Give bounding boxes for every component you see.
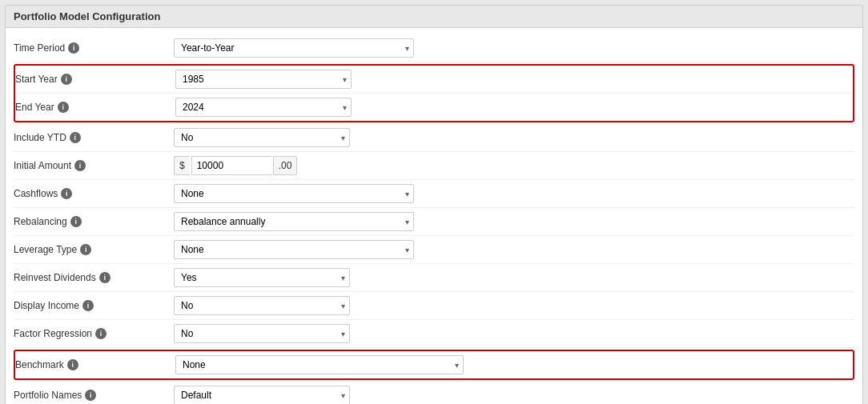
reinvest-dividends-row: Reinvest Dividends i Yes No bbox=[14, 264, 854, 292]
rebalancing-select[interactable]: Rebalance annually Rebalance monthly No … bbox=[174, 212, 414, 231]
include-ytd-label: Include YTD i bbox=[14, 132, 174, 143]
rebalancing-row: Rebalancing i Rebalance annually Rebalan… bbox=[14, 208, 854, 236]
panel-header: Portfolio Model Configuration bbox=[6, 6, 862, 28]
include-ytd-row: Include YTD i No Yes bbox=[14, 124, 854, 152]
start-year-row: Start Year i 1985 1986 1990 2000 bbox=[15, 66, 853, 94]
time-period-control: Year-to-Year Month-to-Month Quarter-to-Q… bbox=[174, 38, 854, 58]
portfolio-names-control: Default Custom bbox=[174, 386, 854, 404]
rebalancing-info-icon[interactable]: i bbox=[70, 216, 82, 227]
initial-amount-label: Initial Amount i bbox=[14, 160, 174, 171]
start-year-control: 1985 1986 1990 2000 bbox=[175, 70, 853, 89]
panel-body: Time Period i Year-to-Year Month-to-Mont… bbox=[6, 28, 862, 404]
leverage-type-control: None Margin Futures bbox=[174, 240, 854, 259]
reinvest-dividends-control: Yes No bbox=[174, 268, 854, 287]
cashflows-select-wrapper: None Monthly Annually bbox=[174, 184, 414, 203]
end-year-label: End Year i bbox=[15, 102, 175, 113]
leverage-type-row: Leverage Type i None Margin Futures bbox=[14, 236, 854, 264]
time-period-select[interactable]: Year-to-Year Month-to-Month Quarter-to-Q… bbox=[174, 38, 414, 58]
end-year-select-wrapper: 2020 2021 2022 2023 2024 bbox=[175, 98, 352, 117]
display-income-control: No Yes bbox=[174, 296, 854, 315]
initial-amount-info-icon[interactable]: i bbox=[74, 160, 86, 171]
end-year-control: 2020 2021 2022 2023 2024 bbox=[175, 98, 853, 117]
outer-container: Portfolio Model Configuration Time Perio… bbox=[0, 0, 868, 404]
leverage-type-label: Leverage Type i bbox=[14, 244, 174, 255]
time-period-select-wrapper: Year-to-Year Month-to-Month Quarter-to-Q… bbox=[174, 38, 414, 58]
end-year-row: End Year i 2020 2021 2022 2023 2024 bbox=[15, 94, 853, 121]
include-ytd-control: No Yes bbox=[174, 128, 854, 147]
rebalancing-select-wrapper: Rebalance annually Rebalance monthly No … bbox=[174, 212, 414, 231]
time-period-row: Time Period i Year-to-Year Month-to-Mont… bbox=[14, 34, 854, 62]
factor-regression-label: Factor Regression i bbox=[14, 328, 174, 339]
currency-prefix: $ bbox=[174, 156, 190, 175]
display-income-select-wrapper: No Yes bbox=[174, 296, 350, 315]
main-panel: Portfolio Model Configuration Time Perio… bbox=[5, 5, 863, 404]
leverage-type-select[interactable]: None Margin Futures bbox=[174, 240, 414, 259]
start-year-select[interactable]: 1985 1986 1990 2000 bbox=[175, 70, 352, 89]
leverage-type-select-wrapper: None Margin Futures bbox=[174, 240, 414, 259]
start-end-year-section: Start Year i 1985 1986 1990 2000 bbox=[14, 64, 854, 122]
include-ytd-select[interactable]: No Yes bbox=[174, 128, 350, 147]
start-year-info-icon[interactable]: i bbox=[61, 74, 72, 85]
reinvest-dividends-select[interactable]: Yes No bbox=[174, 268, 350, 287]
end-year-select[interactable]: 2020 2021 2022 2023 2024 bbox=[175, 98, 352, 117]
factor-regression-select[interactable]: No Yes bbox=[174, 324, 350, 343]
reinvest-dividends-select-wrapper: Yes No bbox=[174, 268, 350, 287]
reinvest-dividends-info-icon[interactable]: i bbox=[99, 272, 111, 283]
benchmark-select[interactable]: None S&P 500 Nasdaq Dow Jones bbox=[175, 355, 464, 374]
panel-title: Portfolio Model Configuration bbox=[14, 10, 160, 22]
initial-amount-row: Initial Amount i $ .00 bbox=[14, 152, 854, 180]
display-income-info-icon[interactable]: i bbox=[82, 300, 94, 311]
initial-amount-control: $ .00 bbox=[174, 156, 854, 175]
benchmark-select-wrapper: None S&P 500 Nasdaq Dow Jones bbox=[175, 355, 464, 374]
benchmark-control: None S&P 500 Nasdaq Dow Jones bbox=[175, 355, 853, 374]
portfolio-names-info-icon[interactable]: i bbox=[85, 390, 96, 401]
initial-amount-input[interactable] bbox=[191, 156, 271, 175]
factor-regression-row: Factor Regression i No Yes bbox=[14, 320, 854, 348]
reinvest-dividends-label: Reinvest Dividends i bbox=[14, 272, 174, 283]
cashflows-control: None Monthly Annually bbox=[174, 184, 854, 203]
rebalancing-control: Rebalance annually Rebalance monthly No … bbox=[174, 212, 854, 231]
include-ytd-info-icon[interactable]: i bbox=[70, 132, 81, 143]
portfolio-names-label: Portfolio Names i bbox=[14, 390, 174, 401]
display-income-row: Display Income i No Yes bbox=[14, 292, 854, 320]
start-year-label: Start Year i bbox=[15, 74, 175, 85]
currency-wrapper: $ .00 bbox=[174, 156, 297, 175]
time-period-info-icon[interactable]: i bbox=[68, 42, 79, 54]
include-ytd-select-wrapper: No Yes bbox=[174, 128, 350, 147]
cashflows-row: Cashflows i None Monthly Annually bbox=[14, 180, 854, 208]
factor-regression-control: No Yes bbox=[174, 324, 854, 343]
factor-regression-select-wrapper: No Yes bbox=[174, 324, 350, 343]
portfolio-names-select-wrapper: Default Custom bbox=[174, 386, 350, 404]
currency-cents: .00 bbox=[273, 156, 298, 175]
start-year-select-wrapper: 1985 1986 1990 2000 bbox=[175, 70, 352, 89]
end-year-info-icon[interactable]: i bbox=[58, 102, 69, 113]
time-period-label: Time Period i bbox=[14, 42, 174, 54]
display-income-label: Display Income i bbox=[14, 300, 174, 311]
benchmark-info-icon[interactable]: i bbox=[67, 359, 78, 370]
portfolio-names-row: Portfolio Names i Default Custom bbox=[14, 382, 854, 404]
benchmark-section: Benchmark i None S&P 500 Nasdaq Dow Jone… bbox=[14, 350, 854, 380]
portfolio-names-select[interactable]: Default Custom bbox=[174, 386, 350, 404]
benchmark-label: Benchmark i bbox=[15, 359, 175, 370]
benchmark-row: Benchmark i None S&P 500 Nasdaq Dow Jone… bbox=[15, 351, 853, 378]
cashflows-label: Cashflows i bbox=[14, 188, 174, 199]
leverage-type-info-icon[interactable]: i bbox=[80, 244, 91, 255]
factor-regression-info-icon[interactable]: i bbox=[95, 328, 106, 339]
rebalancing-label: Rebalancing i bbox=[14, 216, 174, 227]
cashflows-select[interactable]: None Monthly Annually bbox=[174, 184, 414, 203]
cashflows-info-icon[interactable]: i bbox=[61, 188, 72, 199]
display-income-select[interactable]: No Yes bbox=[174, 296, 350, 315]
